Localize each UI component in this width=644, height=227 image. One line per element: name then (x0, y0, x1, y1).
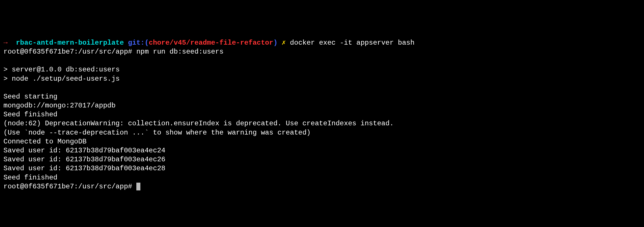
output-blank (3, 83, 641, 92)
git-close-paren: ) (273, 39, 282, 47)
output-line: Seed finished (3, 110, 641, 119)
output-line: Seed starting (3, 92, 641, 101)
output-line: Saved user id: 62137b38d79baf003ea4ec26 (3, 155, 641, 164)
prompt-line-3[interactable]: root@0f635f671be7:/usr/src/app# (3, 182, 641, 191)
container-prompt: root@0f635f671be7:/usr/src/app# (3, 48, 136, 56)
output-line: (Use `node --trace-deprecation ...` to s… (3, 128, 641, 137)
output-line: Saved user id: 62137b38d79baf003ea4ec24 (3, 146, 641, 155)
container-prompt: root@0f635f671be7:/usr/src/app# (3, 183, 136, 190)
output-line: Seed finished (3, 173, 641, 182)
output-line: Saved user id: 62137b38d79baf003ea4ec28 (3, 164, 641, 173)
prompt-arrow-icon: → (3, 39, 12, 47)
output-blank (3, 56, 641, 65)
output-line: Connected to MongoDB (3, 137, 641, 146)
output-line: (node:62) DeprecationWarning: collection… (3, 119, 641, 128)
terminal-output[interactable]: → rbac-antd-mern-boilerplate git:(chore/… (3, 38, 641, 191)
prompt-line-1: → rbac-antd-mern-boilerplate git:(chore/… (3, 38, 641, 47)
prompt-line-2: root@0f635f671be7:/usr/src/app# npm run … (3, 47, 641, 56)
command-text: docker exec -it appserver bash (290, 39, 415, 47)
output-line: mongodb://mongo:27017/appdb (3, 101, 641, 110)
output-line: > server@1.0.0 db:seed:users (3, 65, 641, 74)
repo-name: rbac-antd-mern-boilerplate (12, 39, 128, 47)
git-branch: chore/v45/readme-file-refactor (149, 39, 273, 47)
output-line: > node ./setup/seed-users.js (3, 74, 641, 83)
cursor-icon (136, 183, 140, 190)
git-label: git:( (128, 39, 149, 47)
npm-command: npm run db:seed:users (136, 48, 223, 56)
dirty-indicator-icon: ✗ (282, 39, 290, 47)
